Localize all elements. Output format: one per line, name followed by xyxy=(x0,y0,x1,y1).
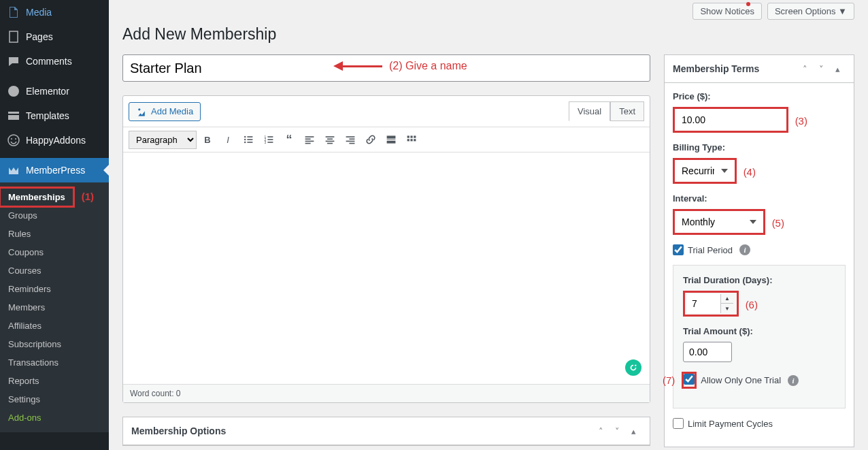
svg-rect-36 xyxy=(407,139,410,141)
elementor-icon xyxy=(7,84,20,98)
allow-one-trial-checkbox[interactable] xyxy=(684,374,695,385)
triangle-up-icon[interactable]: ▴ xyxy=(829,61,846,77)
trial-amount-input[interactable] xyxy=(683,342,732,362)
info-icon[interactable]: i xyxy=(788,375,799,386)
bullet-list-button[interactable] xyxy=(239,130,258,149)
limit-cycles-checkbox[interactable] xyxy=(673,418,684,429)
chevron-down-icon[interactable]: ˅ xyxy=(609,423,625,439)
sidebar-submenu: Memberships (1) Groups Rules Coupons Cou… xyxy=(0,182,109,432)
submenu-item-courses[interactable]: Courses xyxy=(0,261,109,280)
number-list-button[interactable]: 123 xyxy=(259,130,278,149)
svg-rect-28 xyxy=(346,141,355,142)
svg-text:3: 3 xyxy=(265,141,267,144)
membership-options-box: Membership Options ˄ ˅ ▴ xyxy=(122,417,650,446)
sidebar-label: HappyAddons xyxy=(26,135,86,146)
svg-rect-37 xyxy=(410,139,412,141)
chevron-up-icon[interactable]: ˄ xyxy=(592,423,609,439)
svg-rect-29 xyxy=(349,143,354,144)
spin-up-button[interactable]: ▲ xyxy=(721,294,733,304)
svg-point-8 xyxy=(244,139,246,140)
sidebar-item-comments[interactable]: Comments xyxy=(0,49,109,74)
price-input[interactable] xyxy=(676,110,785,129)
align-center-button[interactable] xyxy=(320,130,339,149)
page-title: Add New Membership xyxy=(122,25,854,44)
submenu-item-transactions[interactable]: Transactions xyxy=(0,353,109,372)
format-select[interactable]: Paragraph xyxy=(129,131,197,149)
notice-dot-icon xyxy=(746,2,750,6)
sidebar-label: Templates xyxy=(26,110,69,121)
submenu-item-settings[interactable]: Settings xyxy=(0,390,109,408)
trial-period-checkbox[interactable] xyxy=(673,244,684,255)
triangle-up-icon[interactable]: ▴ xyxy=(625,423,641,439)
top-actions: Show Notices Screen Options ▼ xyxy=(122,0,854,20)
quote-button[interactable]: “ xyxy=(280,130,299,149)
svg-point-3 xyxy=(11,138,12,140)
tab-text[interactable]: Text xyxy=(610,101,644,121)
toolbar-toggle-button[interactable] xyxy=(402,130,421,149)
billing-type-select[interactable]: Recurring xyxy=(676,161,733,180)
svg-rect-17 xyxy=(267,142,273,143)
spin-down-button[interactable]: ▼ xyxy=(721,304,733,313)
sidebar-item-templates[interactable]: Templates xyxy=(0,103,109,128)
limit-cycles-label: Limit Payment Cycles xyxy=(688,419,773,429)
chevron-up-icon[interactable]: ˄ xyxy=(797,61,813,77)
trial-duration-input[interactable] xyxy=(686,294,720,313)
admin-sidebar: Media Pages Comments Elementor Templates… xyxy=(0,0,109,450)
svg-rect-7 xyxy=(247,136,252,138)
submenu-item-groups[interactable]: Groups xyxy=(0,206,109,225)
add-media-button[interactable]: Add Media xyxy=(129,102,201,121)
submenu-item-affiliates[interactable]: Affiliates xyxy=(0,317,109,335)
editor-toolbar: Paragraph B I 123 “ xyxy=(123,127,650,152)
show-notices-button[interactable]: Show Notices xyxy=(692,3,761,20)
trial-amount-label: Trial Amount ($): xyxy=(683,326,835,336)
svg-rect-26 xyxy=(346,136,355,138)
trial-period-label: Trial Period xyxy=(688,245,733,255)
media-icon xyxy=(7,5,20,19)
submenu-item-reminders[interactable]: Reminders xyxy=(0,280,109,298)
align-left-button[interactable] xyxy=(300,130,319,149)
chevron-down-icon[interactable]: ˅ xyxy=(813,61,829,77)
svg-point-10 xyxy=(244,142,246,143)
align-right-button[interactable] xyxy=(341,130,360,149)
membership-terms-box: Membership Terms ˄ ˅ ▴ Price ($): (3) Bi… xyxy=(664,54,854,447)
sidebar-item-media[interactable]: Media xyxy=(0,0,109,25)
grammarly-icon[interactable] xyxy=(625,359,641,376)
svg-rect-15 xyxy=(267,139,273,140)
editor-box: Add Media Visual Text Paragraph B I 123 … xyxy=(122,95,650,403)
screen-options-button[interactable]: Screen Options ▼ xyxy=(767,3,854,20)
svg-rect-21 xyxy=(305,143,311,144)
submenu-item-rules[interactable]: Rules xyxy=(0,225,109,243)
link-button[interactable] xyxy=(361,130,380,149)
templates-icon xyxy=(7,109,20,123)
submenu-item-subscriptions[interactable]: Subscriptions xyxy=(0,335,109,353)
word-count: Word count: 0 xyxy=(130,389,180,398)
interval-select[interactable]: Monthly xyxy=(676,212,762,231)
annotation-5: (5) xyxy=(772,217,784,229)
sidebar-label: Media xyxy=(26,7,52,18)
bold-button[interactable]: B xyxy=(198,130,217,149)
comment-icon xyxy=(7,54,20,68)
price-label: Price ($): xyxy=(673,91,846,101)
sidebar-item-memberpress[interactable]: MemberPress xyxy=(0,158,109,182)
page-icon xyxy=(7,30,20,44)
allow-one-trial-label: Allow Only One Trial xyxy=(701,375,781,385)
submenu-item-reports[interactable]: Reports xyxy=(0,372,109,390)
submenu-item-memberships[interactable]: Memberships (1) xyxy=(0,188,109,206)
editor-textarea[interactable] xyxy=(123,152,650,384)
sidebar-item-happyaddons[interactable]: HappyAddons xyxy=(0,128,109,152)
svg-rect-31 xyxy=(387,139,396,140)
sidebar-label: MemberPress xyxy=(26,165,85,176)
sidebar-item-elementor[interactable]: Elementor xyxy=(0,79,109,103)
submenu-item-addons[interactable]: Add-ons xyxy=(0,408,109,427)
readmore-button[interactable] xyxy=(382,130,401,149)
italic-button[interactable]: I xyxy=(218,130,237,149)
tab-visual[interactable]: Visual xyxy=(569,101,610,121)
memberpress-icon xyxy=(7,163,20,177)
sidebar-item-pages[interactable]: Pages xyxy=(0,25,109,49)
svg-rect-34 xyxy=(410,135,412,138)
info-icon[interactable]: i xyxy=(739,244,750,255)
membership-title-input[interactable] xyxy=(122,54,650,82)
billing-type-label: Billing Type: xyxy=(673,142,846,152)
submenu-item-members[interactable]: Members xyxy=(0,298,109,317)
submenu-item-coupons[interactable]: Coupons xyxy=(0,243,109,261)
